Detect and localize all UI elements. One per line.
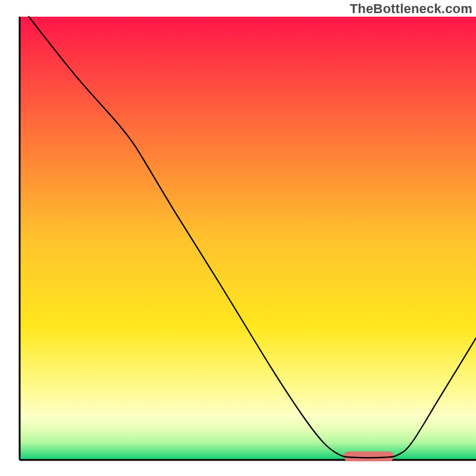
optimal-marker	[344, 452, 394, 461]
plot-background	[20, 17, 476, 460]
chart-svg	[0, 0, 476, 476]
chart-stage: { "watermark": "TheBottleneck.com", "cha…	[0, 0, 476, 476]
watermark-text: TheBottleneck.com	[350, 1, 472, 17]
